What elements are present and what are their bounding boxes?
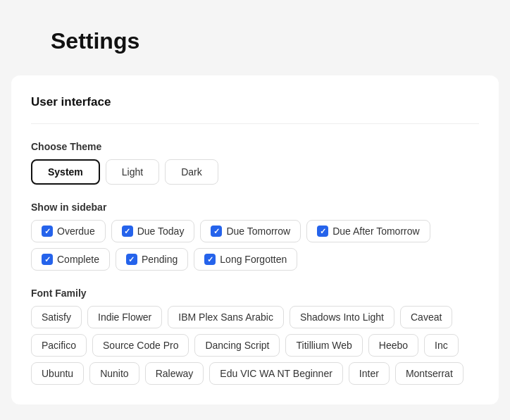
tag-label-complete: Complete [57,254,99,265]
sidebar-tag-due-today[interactable]: Due Today [111,220,195,242]
theme-btn-light[interactable]: Light [106,159,159,185]
checkbox-pending [126,254,137,265]
checkbox-due-tomorrow [211,226,222,237]
font-pill-raleway[interactable]: Raleway [145,362,204,385]
theme-label: Choose Theme [31,141,479,152]
sidebar-tag-long-forgotten[interactable]: Long Forgotten [194,248,297,271]
checkbox-overdue [42,226,53,237]
font-pill-satisfy[interactable]: Satisfy [31,306,82,328]
sidebar-tags-group: Overdue Due Today Due Tomorrow Due After… [31,220,479,271]
font-pill-ibm-plex[interactable]: IBM Plex Sans Arabic [168,306,284,328]
tag-label-pending: Pending [142,254,178,265]
settings-page: Settings User interface Choose Theme Sys… [0,0,510,420]
theme-btn-system[interactable]: System [31,159,100,185]
settings-card: User interface Choose Theme System Light… [11,75,499,404]
font-pill-edu-vic[interactable]: Edu VIC WA NT Beginner [209,362,343,385]
tag-label-due-after-tomorrow: Due After Tomorrow [332,226,419,237]
font-pill-heebo[interactable]: Heebo [368,334,418,357]
font-pill-titillium-web[interactable]: Titillium Web [285,334,362,357]
checkbox-complete [42,254,53,265]
font-pill-indie-flower[interactable]: Indie Flower [87,306,162,328]
tag-label-long-forgotten: Long Forgotten [220,254,287,265]
sidebar-tag-due-tomorrow[interactable]: Due Tomorrow [200,220,301,242]
page-title: Settings [0,28,510,75]
section-title: User interface [31,95,479,109]
font-pill-shadows-into-light[interactable]: Shadows Into Light [290,306,394,328]
font-pill-nunito[interactable]: Nunito [89,362,139,385]
font-label: Font Family [31,288,479,299]
font-pill-inc[interactable]: Inc [424,334,459,357]
font-pill-pacifico[interactable]: Pacifico [31,334,87,357]
font-pill-source-code-pro[interactable]: Source Code Pro [92,334,189,357]
tag-label-overdue: Overdue [57,226,95,237]
font-group: Satisfy Indie Flower IBM Plex Sans Arabi… [31,306,479,385]
divider [31,123,479,124]
font-pill-caveat[interactable]: Caveat [400,306,452,328]
theme-group: System Light Dark [31,159,479,185]
font-pill-montserrat[interactable]: Montserrat [395,362,464,385]
sidebar-label: Show in sidebar [31,202,479,213]
font-pill-inter[interactable]: Inter [349,362,390,385]
sidebar-tag-due-after-tomorrow[interactable]: Due After Tomorrow [306,220,430,242]
checkbox-long-forgotten [204,254,216,265]
tag-label-due-today: Due Today [137,226,185,237]
sidebar-tag-overdue[interactable]: Overdue [31,220,106,242]
font-pill-ubuntu[interactable]: Ubuntu [31,362,84,385]
theme-btn-dark[interactable]: Dark [165,159,218,185]
font-pill-dancing-script[interactable]: Dancing Script [194,334,280,357]
sidebar-tag-complete[interactable]: Complete [31,248,110,271]
sidebar-tag-pending[interactable]: Pending [116,248,188,271]
checkbox-due-today [122,226,133,237]
checkbox-due-after-tomorrow [317,226,328,237]
tag-label-due-tomorrow: Due Tomorrow [226,226,290,237]
